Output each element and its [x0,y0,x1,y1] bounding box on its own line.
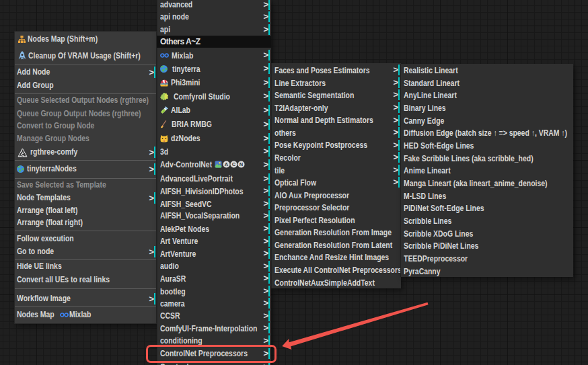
svg-text:A: A [225,161,229,167]
svg-text:N: N [240,161,243,167]
svg-text:C: C [232,161,236,167]
